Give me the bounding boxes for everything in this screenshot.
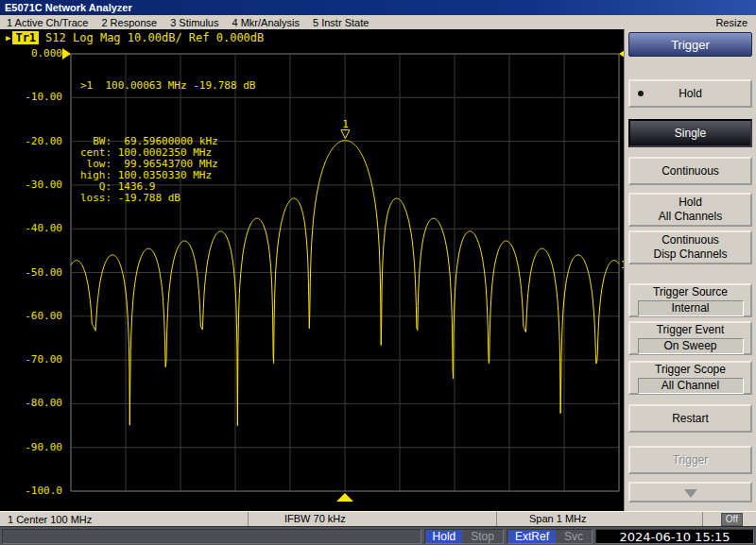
trace-format-text: S12 Log Mag 10.00dB/ Ref 0.000dB bbox=[45, 31, 264, 44]
y-axis-label: -50.00 bbox=[0, 266, 62, 279]
softkey-menu-title: Trigger bbox=[628, 32, 752, 57]
y-axis-label: -100.0 bbox=[0, 485, 62, 497]
y-axis-label: -80.00 bbox=[0, 397, 62, 409]
hold-status-indicator: Hold bbox=[426, 530, 463, 543]
softkey-trigger-label: Trigger bbox=[673, 453, 709, 468]
bandwidth-readout-line: loss: -19.788 dB bbox=[80, 193, 255, 204]
window-title: E5071C Network Analyzer bbox=[5, 2, 132, 13]
trace-label-chip[interactable]: Tr1 bbox=[12, 31, 39, 44]
softkey-trigger: Trigger bbox=[628, 446, 752, 474]
softkey-continuous[interactable]: Continuous bbox=[628, 157, 752, 185]
softkey-restart[interactable]: Restart bbox=[628, 404, 752, 433]
softkey-continuous-disp-channels-label: Disp Channels bbox=[653, 247, 727, 262]
softkey-continuous-disp-channels[interactable]: ContinuousDisp Channels bbox=[628, 230, 752, 264]
softkey-scroll-down bbox=[628, 482, 752, 502]
softkey-trigger-event[interactable]: Trigger EventOn Sweep bbox=[628, 321, 752, 355]
off-badge: Off bbox=[721, 513, 743, 526]
trace-header: ▶ Tr1 S12 Log Mag 10.00dB/ Ref 0.000dB bbox=[6, 30, 264, 44]
y-axis-label: -30.00 bbox=[0, 179, 62, 191]
main-display: 11 ▶ Tr1 S12 Log Mag 10.00dB/ Ref 0.000d… bbox=[0, 29, 624, 511]
marker-stimulus-indicator-icon bbox=[336, 493, 353, 502]
marker-readout-line: >1 100.00063 MHz -19.788 dB bbox=[80, 80, 255, 92]
menu-bar: 1 Active Ch/Trace2 Response3 Stimulus4 M… bbox=[0, 15, 756, 29]
menu-item[interactable]: 4 Mkr/Analysis bbox=[225, 17, 306, 28]
channel-status-bar: 1 Center 100 MHz IFBW 70 kHz Span 1 MHz … bbox=[0, 511, 756, 526]
menu-item[interactable]: 5 Instr State bbox=[306, 17, 375, 28]
softkey-hold[interactable]: Hold bbox=[628, 79, 752, 108]
scroll-down-icon bbox=[684, 489, 697, 498]
softkey-single[interactable]: Single bbox=[628, 119, 752, 147]
ifbw-readout: IFBW 70 kHz bbox=[248, 512, 496, 526]
softkey-trigger-scope-value: All Channel bbox=[638, 378, 744, 394]
extref-status-indicator: ExtRef bbox=[508, 530, 556, 543]
stop-status-indicator: Stop bbox=[463, 530, 502, 543]
y-axis-label: -70.00 bbox=[0, 353, 62, 366]
y-axis-label: 0.000 bbox=[0, 47, 62, 60]
span-readout: Span 1 MHz bbox=[496, 512, 702, 526]
softkey-trigger-event-label: Trigger Event bbox=[657, 323, 725, 337]
bandwidth-readout: BW: 69.59600000 kHzcent: 100.0002350 MHz… bbox=[80, 136, 255, 204]
title-bar: E5071C Network Analyzer bbox=[0, 0, 756, 15]
softkey-trigger-event-value: On Sweep bbox=[638, 338, 744, 354]
menu-item[interactable]: 1 Active Ch/Trace bbox=[0, 17, 94, 28]
menu-item[interactable]: 3 Stimulus bbox=[163, 17, 225, 28]
menu-item[interactable]: 2 Response bbox=[94, 17, 163, 28]
active-trace-icon: ▶ bbox=[6, 33, 10, 43]
clock: 2024-06-10 15:15 bbox=[595, 529, 754, 544]
svc-status-indicator: Svc bbox=[557, 530, 591, 543]
softkey-hold-all-channels[interactable]: HoldAll Channels bbox=[628, 193, 752, 227]
softkey-trigger-scope-label: Trigger Scope bbox=[655, 363, 726, 377]
instrument-screen: E5071C Network Analyzer 1 Active Ch/Trac… bbox=[0, 0, 756, 545]
softkey-trigger-scope[interactable]: Trigger ScopeAll Channel bbox=[628, 361, 752, 395]
trigger-status-group: Hold Stop bbox=[424, 529, 504, 544]
sweep-center-readout: 1 Center 100 MHz bbox=[0, 514, 248, 525]
softkey-list: HoldSingleContinuousHoldAll ChannelsCont… bbox=[628, 79, 752, 502]
y-axis-label: -10.00 bbox=[0, 91, 62, 103]
softkey-restart-label: Restart bbox=[672, 412, 709, 426]
system-status-bar: Hold Stop ExtRef Svc 2024-06-10 15:15 bbox=[0, 526, 756, 545]
softkey-panel: Trigger HoldSingleContinuousHoldAll Chan… bbox=[624, 29, 756, 511]
y-axis-label: -20.00 bbox=[0, 135, 62, 147]
softkey-hold-all-channels-label: All Channels bbox=[659, 210, 722, 224]
resize-button[interactable]: Resize bbox=[715, 17, 756, 28]
marker-1-label: 1 bbox=[342, 118, 349, 130]
marker-readout: >1 100.00063 MHz -19.788 dB BW: 69.59600… bbox=[80, 58, 255, 227]
softkey-continuous-disp-channels-label: Continuous bbox=[662, 233, 719, 247]
menu-bar-items: 1 Active Ch/Trace2 Response3 Stimulus4 M… bbox=[0, 17, 375, 28]
softkey-trigger-source[interactable]: Trigger SourceInternal bbox=[628, 283, 752, 317]
softkey-trigger-source-value: Internal bbox=[638, 300, 744, 316]
softkey-trigger-source-label: Trigger Source bbox=[653, 285, 728, 299]
y-axis-labels: 0.000-10.00-20.00-30.00-40.00-50.00-60.0… bbox=[0, 29, 66, 511]
softkey-hold-all-channels-label: Hold bbox=[679, 196, 702, 210]
softkey-hold-label: Hold bbox=[679, 87, 702, 101]
status-off-section: Off bbox=[702, 512, 756, 526]
y-axis-label: -60.00 bbox=[0, 310, 62, 322]
y-axis-label: -90.00 bbox=[0, 441, 62, 453]
y-axis-label: -40.00 bbox=[0, 222, 62, 234]
reference-status-group: ExtRef Svc bbox=[507, 529, 593, 544]
taskbar-spacer bbox=[2, 529, 421, 544]
radio-dot-icon bbox=[638, 91, 644, 96]
softkey-single-label: Single bbox=[675, 127, 706, 141]
softkey-continuous-label: Continuous bbox=[662, 164, 719, 179]
